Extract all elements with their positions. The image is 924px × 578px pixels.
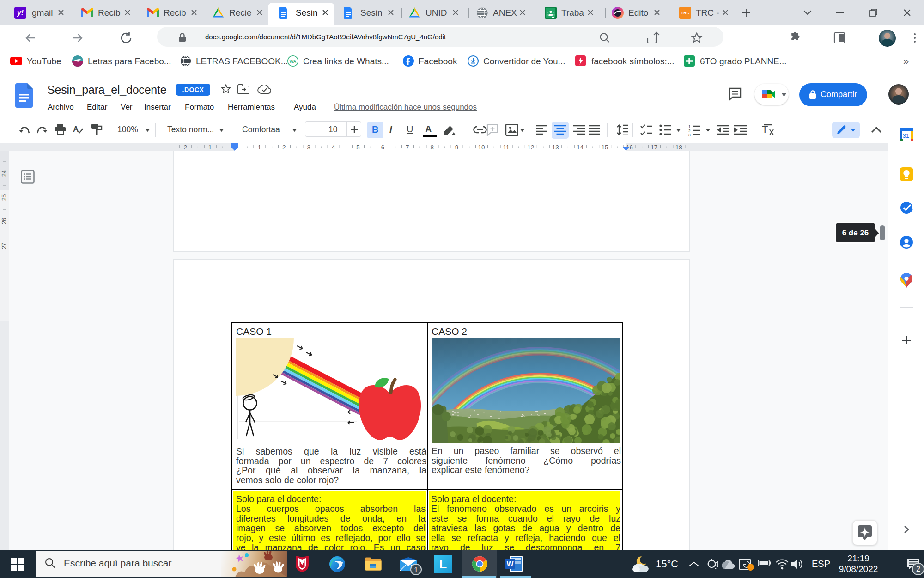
svg-text:6: 6	[381, 144, 385, 151]
svg-text:1: 1	[208, 144, 212, 151]
svg-text:W: W	[506, 560, 514, 568]
svg-text:2: 2	[282, 144, 286, 151]
svg-text:5: 5	[356, 144, 360, 151]
svg-text:12: 12	[527, 144, 534, 151]
svg-text:10: 10	[478, 144, 485, 151]
svg-text:15: 15	[601, 144, 608, 151]
svg-text:3: 3	[307, 144, 310, 151]
svg-text:9: 9	[455, 144, 459, 151]
svg-text:8: 8	[430, 144, 434, 151]
svg-text:7: 7	[406, 144, 409, 151]
svg-text:18: 18	[675, 144, 682, 151]
svg-text:14: 14	[577, 144, 584, 151]
svg-text:4: 4	[332, 144, 335, 151]
svg-text:13: 13	[552, 144, 559, 151]
svg-text:1: 1	[258, 144, 261, 151]
svg-text:11: 11	[503, 144, 509, 151]
svg-text:WA: WA	[290, 59, 297, 64]
svg-text:31: 31	[903, 132, 909, 139]
svg-text:T: T	[762, 124, 768, 135]
svg-text:2: 2	[183, 144, 187, 151]
svg-text:3: 3	[688, 133, 691, 136]
svg-text:17: 17	[650, 144, 657, 151]
svg-text:A: A	[73, 125, 79, 134]
